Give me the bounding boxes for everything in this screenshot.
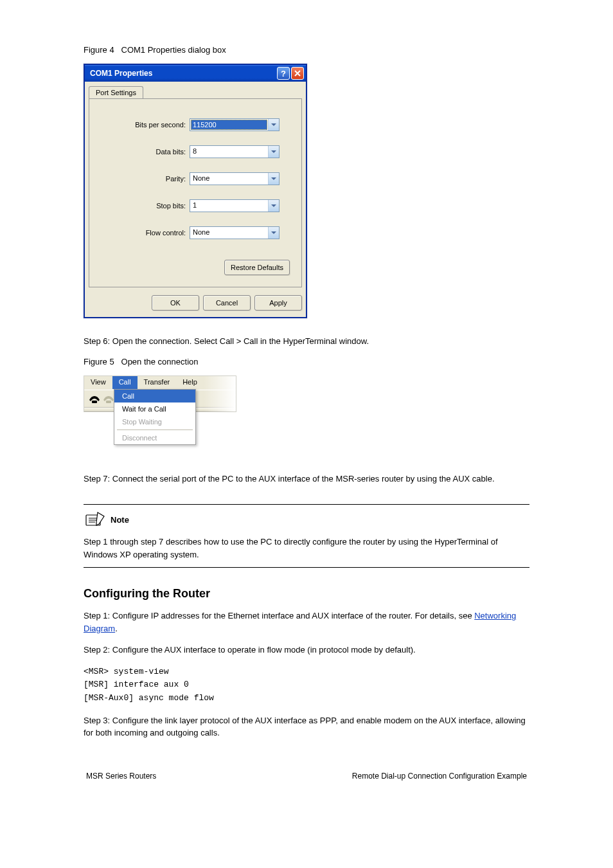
ok-button[interactable]: OK (152, 295, 199, 311)
chevron-down-icon[interactable] (268, 173, 279, 185)
note-body: Step 1 through step 7 describes how to u… (84, 536, 529, 561)
select-value: 1 (190, 200, 268, 212)
step-2-text: Step 2: Configure the AUX interface to o… (84, 644, 529, 656)
svg-rect-0 (92, 401, 97, 403)
menu-view[interactable]: View (84, 376, 112, 389)
apply-button[interactable]: Apply (254, 295, 302, 311)
label-parity: Parity: (101, 175, 190, 183)
cancel-button[interactable]: Cancel (203, 295, 251, 311)
help-button[interactable]: ? (277, 67, 290, 80)
footer-left: MSR Series Routers (86, 772, 156, 781)
select-value: None (190, 173, 268, 185)
step-7-text: Step 7: Connect the serial port of the P… (84, 473, 529, 485)
close-button[interactable] (291, 67, 304, 80)
restore-defaults-button[interactable]: Restore Defaults (224, 260, 290, 275)
hyperterminal-menubar: View Call Transfer Help Call Wait for a … (84, 375, 236, 412)
cmd-line: <MSR> system-view (84, 665, 529, 679)
menu-help[interactable]: Help (176, 376, 204, 389)
horizontal-rule (84, 567, 529, 568)
select-data-bits[interactable]: 8 (190, 145, 280, 158)
phone-icon[interactable] (88, 393, 101, 404)
select-bits-per-second[interactable]: 115200 (190, 118, 280, 131)
step-6-text: Step 6: Open the connection. Select Call… (84, 335, 529, 348)
dialog-title: COM1 Properties (90, 69, 152, 78)
svg-rect-1 (106, 401, 111, 403)
cmd-line: [MSR-Aux0] async mode flow (84, 692, 529, 705)
menu-transfer[interactable]: Transfer (138, 376, 177, 389)
label-bits-per-second: Bits per second: (101, 121, 190, 129)
dialog-titlebar[interactable]: COM1 Properties ? (85, 65, 306, 82)
tab-port-settings[interactable]: Port Settings (89, 86, 143, 98)
select-parity[interactable]: None (190, 172, 280, 185)
step-1-text: Step 1: Configure IP addresses for the E… (84, 610, 529, 635)
note-icon (84, 511, 107, 528)
chevron-down-icon[interactable] (268, 200, 279, 212)
menu-item-call[interactable]: Call (114, 390, 195, 402)
chevron-down-icon[interactable] (268, 227, 279, 239)
footer-right: Remote Dial-up Connection Configuration … (352, 772, 527, 781)
menu-call[interactable]: Call (112, 376, 138, 389)
menu-item-disconnect: Disconnect (114, 431, 195, 444)
menu-item-stop-waiting: Stop Waiting (114, 415, 195, 428)
menu-item-wait-for-call[interactable]: Wait for a Call (114, 402, 195, 415)
section-heading: Configuring the Router (84, 587, 529, 601)
label-data-bits: Data bits: (101, 148, 190, 156)
figure-1-caption: Figure 4 COM1 Properties dialog box (84, 45, 529, 55)
select-value: 115200 (191, 120, 267, 130)
com1-properties-dialog: COM1 Properties ? Port Settings Bits per… (84, 64, 307, 318)
label-stop-bits: Stop bits: (101, 202, 190, 210)
select-value: None (190, 227, 268, 239)
select-flow-control[interactable]: None (190, 226, 280, 239)
cmd-line: [MSR] interface aux 0 (84, 678, 529, 692)
select-stop-bits[interactable]: 1 (190, 199, 280, 212)
call-dropdown-menu: Call Wait for a Call Stop Waiting Discon… (114, 389, 196, 445)
menu-separator (117, 429, 193, 430)
horizontal-rule (84, 504, 529, 505)
note-label: Note (111, 515, 129, 525)
label-flow-control: Flow control: (101, 229, 190, 237)
select-value: 8 (190, 146, 268, 158)
chevron-down-icon[interactable] (268, 119, 279, 131)
step-3-text: Step 3: Configure the link layer protoco… (84, 714, 529, 739)
chevron-down-icon[interactable] (268, 146, 279, 158)
figure-2-caption: Figure 5 Open the connection (84, 357, 529, 366)
phone-hangup-icon[interactable] (102, 393, 115, 404)
